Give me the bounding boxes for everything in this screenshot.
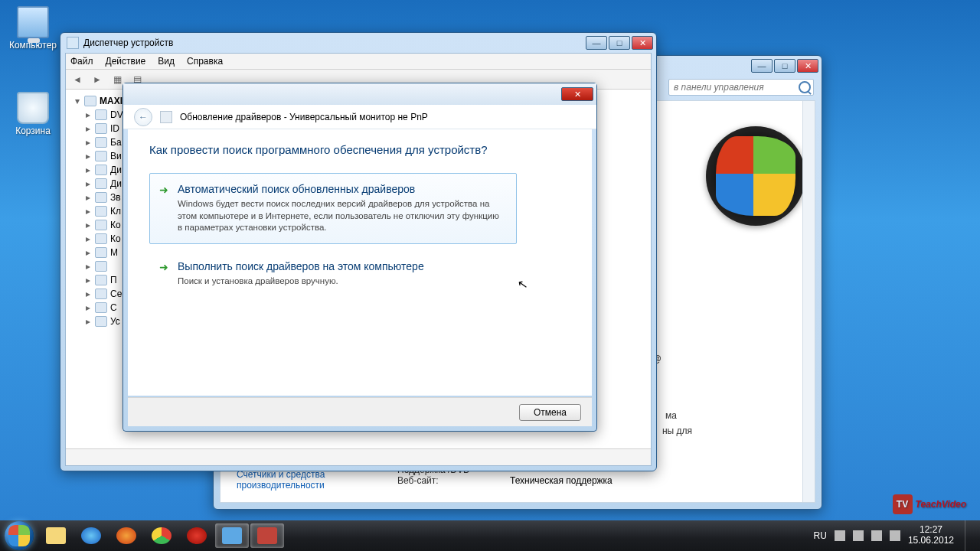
system-tray: RU 12:27 15.06.2012 (814, 520, 975, 551)
menubar: Файл Действие Вид Справка (66, 54, 651, 70)
tree-node-label: Ус (110, 316, 120, 327)
tray-volume-icon[interactable] (890, 530, 900, 541)
computer-icon (17, 6, 49, 38)
wizard-content: Как провести поиск программного обеспече… (128, 129, 592, 396)
taskbar-firefox[interactable] (109, 523, 143, 548)
titlebar[interactable]: ✕ (123, 83, 596, 105)
desktop-icon-label: Корзина (6, 126, 60, 136)
tree-node-label: П (110, 275, 117, 285)
tree-node-label: Зв (110, 192, 121, 203)
option-description: Поиск и установка драйверов вручную. (178, 276, 504, 288)
device-category-icon (95, 316, 107, 327)
wizard-footer: Отмена (128, 397, 592, 426)
wizard-header: ← Обновление драйверов - Универсальный м… (123, 105, 596, 129)
show-desktop-button[interactable] (965, 520, 972, 551)
device-category-icon (95, 302, 107, 313)
minimize-button[interactable]: — (586, 36, 607, 50)
taskbar-ie[interactable] (74, 523, 108, 548)
taskbar-chrome[interactable] (145, 523, 178, 548)
tray-action-center-icon[interactable] (853, 530, 864, 541)
tech-support-link[interactable]: Техническая поддержка (510, 475, 612, 486)
device-category-icon (95, 192, 107, 203)
option-title: Выполнить поиск драйверов на этом компью… (178, 260, 504, 272)
device-category-icon (95, 220, 107, 230)
start-button[interactable] (5, 521, 34, 550)
forward-button[interactable]: ► (89, 72, 106, 87)
tray-network-icon[interactable] (871, 530, 882, 541)
close-button[interactable]: ✕ (797, 59, 818, 73)
device-category-icon (95, 165, 107, 175)
tree-node-label: Кл (110, 206, 121, 217)
app-icon (67, 37, 79, 49)
sidebar-link-counters[interactable]: Счетчики и средства производительности (237, 469, 359, 491)
back-button[interactable]: ← (134, 108, 152, 126)
taskbar-opera[interactable] (180, 523, 214, 548)
option-title: Автоматический поиск обновленных драйвер… (178, 183, 504, 195)
tree-node-label: Ди (110, 165, 122, 175)
option-auto-search[interactable]: Автоматический поиск обновленных драйвер… (149, 173, 517, 244)
tree-node-label: Се (110, 289, 122, 299)
taskbar-app-1[interactable] (215, 523, 249, 548)
device-category-icon (95, 233, 107, 244)
tree-node-label: DV (110, 109, 123, 120)
close-button[interactable]: ✕ (561, 87, 593, 101)
maximize-button[interactable]: □ (609, 36, 630, 50)
tree-node-label: ID (110, 123, 119, 134)
device-category-icon (95, 206, 107, 217)
text-fragment: ны для (662, 425, 692, 436)
cancel-button[interactable]: Отмена (519, 404, 581, 421)
device-category-icon (95, 109, 107, 120)
device-category-icon (95, 137, 107, 148)
device-category-icon (95, 247, 107, 258)
maximize-button[interactable]: □ (774, 59, 795, 73)
tray-flag-icon[interactable] (835, 530, 845, 541)
tree-root-label: MAXI (100, 96, 122, 106)
search-input[interactable] (668, 79, 814, 96)
desktop-icon-recycle-bin[interactable]: Корзина (6, 92, 60, 136)
minimize-button[interactable]: — (751, 59, 773, 73)
taskbar-explorer[interactable] (39, 523, 73, 548)
tree-node-label: М (110, 247, 118, 258)
device-category-icon (95, 289, 107, 299)
desktop-icon-computer[interactable]: Компьютер (6, 6, 60, 51)
menu-help[interactable]: Справка (187, 56, 223, 67)
tree-node-label: С (110, 302, 117, 313)
clock[interactable]: 12:27 15.06.2012 (908, 525, 954, 546)
search-icon[interactable] (799, 81, 811, 93)
taskbar: RU 12:27 15.06.2012 (0, 520, 980, 551)
search-box[interactable] (668, 79, 814, 96)
taskbar-app-2[interactable] (250, 523, 284, 548)
back-button[interactable]: ◄ (69, 72, 86, 87)
language-indicator[interactable]: RU (814, 530, 827, 541)
watermark: TVTeachVideo (893, 494, 966, 514)
tree-node-label: Ви (110, 151, 122, 161)
device-icon (160, 111, 172, 123)
menu-view[interactable]: Вид (158, 56, 175, 67)
tree-node-label: Ко (110, 220, 121, 230)
tree-node-label: Ба (110, 137, 122, 148)
wizard-heading: Как провести поиск программного обеспече… (149, 143, 570, 156)
computer-icon (84, 96, 96, 106)
vertical-scrollbar[interactable] (802, 101, 815, 502)
text-fragment: ма (665, 410, 677, 421)
clock-date: 15.06.2012 (908, 536, 954, 546)
close-button[interactable]: ✕ (632, 36, 653, 50)
recycle-bin-icon (17, 92, 49, 124)
option-browse-computer[interactable]: Выполнить поиск драйверов на этом компью… (149, 250, 517, 298)
device-category-icon (95, 178, 107, 189)
titlebar[interactable]: Диспетчер устройств — □ ✕ (60, 33, 656, 53)
clock-time: 12:27 (908, 525, 954, 536)
device-category-icon (95, 275, 107, 285)
tree-node-label: Ди (110, 178, 122, 189)
menu-file[interactable]: Файл (70, 56, 93, 67)
driver-update-wizard: ✕ ← Обновление драйверов - Универсальный… (122, 83, 597, 432)
status-bar (66, 448, 651, 465)
option-description: Windows будет вести поиск последних верс… (178, 198, 504, 234)
menu-action[interactable]: Действие (106, 56, 146, 67)
device-category-icon (95, 261, 107, 272)
wizard-title: Обновление драйверов - Универсальный мон… (180, 112, 428, 122)
windows-logo-orb (706, 126, 805, 226)
device-category-icon (95, 151, 107, 161)
tree-node-label: Ко (110, 233, 121, 244)
device-category-icon (95, 123, 107, 134)
